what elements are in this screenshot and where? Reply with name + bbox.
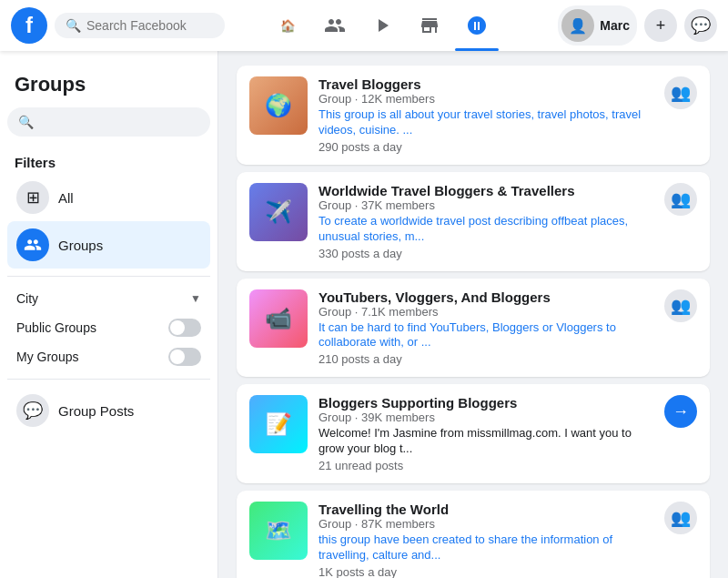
global-search-input[interactable]: [86, 18, 214, 33]
add-button[interactable]: +: [644, 9, 677, 42]
user-chip[interactable]: 👤 Marc: [558, 5, 637, 46]
group-thumbnail: ✈️: [249, 183, 308, 241]
group-name: Travel Bloggers: [318, 76, 653, 92]
nav-video-button[interactable]: [360, 4, 404, 47]
sidebar-item-group-posts[interactable]: 💬 Group Posts: [7, 387, 210, 434]
group-description: Welcome! I'm Jasmine from missmillmag.co…: [318, 426, 653, 457]
group-card: 📹 YouTubers, Vloggers, And Bloggers Grou…: [237, 279, 710, 378]
group-info: Travelling the World Group · 87K members…: [318, 502, 653, 578]
my-groups-label: My Groups: [16, 350, 78, 364]
nav-left: f 🔍: [11, 7, 229, 44]
nav-home-button[interactable]: 🏠: [266, 4, 309, 47]
my-groups-toggle[interactable]: [168, 348, 201, 366]
sidebar: Groups 🔍 travel blogger Filters ⊞ All Gr…: [0, 51, 218, 578]
public-groups-label: Public Groups: [16, 320, 96, 335]
group-meta: Group · 87K members: [318, 517, 653, 531]
group-info: Bloggers Supporting Bloggers Group · 39K…: [318, 395, 653, 472]
group-meta: Group · 37K members: [318, 198, 653, 212]
groups-icon: [16, 228, 49, 261]
sidebar-item-groups[interactable]: Groups: [7, 221, 210, 269]
group-card: 🗺️ Travelling the World Group · 87K memb…: [237, 491, 710, 578]
search-icon: 🔍: [18, 115, 34, 129]
sidebar-item-label: Groups: [58, 238, 103, 253]
city-label: City: [16, 291, 38, 306]
group-info: Travel Bloggers Group · 12K members This…: [318, 76, 653, 154]
messenger-button[interactable]: 💬: [684, 9, 717, 42]
group-activity: 210 posts a day: [318, 352, 653, 366]
group-activity: 290 posts a day: [318, 140, 653, 154]
group-card: 📝 Bloggers Supporting Bloggers Group · 3…: [237, 384, 710, 483]
group-action-button[interactable]: 👥: [664, 183, 697, 216]
nav-friends-button[interactable]: [313, 4, 357, 47]
nav-right: 👤 Marc + 💬: [535, 5, 717, 46]
user-name: Marc: [600, 18, 630, 33]
group-name: Worldwide Travel Bloggers & Travellers: [318, 183, 653, 198]
group-activity: 330 posts a day: [318, 247, 653, 260]
search-icon: 🔍: [66, 18, 81, 33]
group-name: YouTubers, Vloggers, And Bloggers: [318, 289, 653, 305]
public-groups-toggle-row: Public Groups: [7, 313, 210, 342]
group-info: Worldwide Travel Bloggers & Travellers G…: [318, 183, 653, 260]
nav-center: 🏠: [229, 4, 535, 47]
filters-label: Filters: [7, 147, 210, 174]
global-search-box[interactable]: 🔍: [55, 13, 225, 38]
group-meta: Group · 12K members: [318, 92, 653, 106]
public-groups-toggle[interactable]: [168, 319, 201, 337]
chevron-down-icon: ▼: [190, 292, 201, 305]
group-action-button[interactable]: 👥: [664, 289, 697, 322]
facebook-logo[interactable]: f: [11, 7, 47, 44]
group-name: Bloggers Supporting Bloggers: [318, 395, 653, 411]
group-search-box[interactable]: 🔍 travel blogger: [7, 107, 210, 137]
nav-marketplace-button[interactable]: [408, 4, 451, 47]
group-thumbnail: 📝: [249, 395, 308, 453]
group-activity: 1K posts a day: [318, 565, 653, 578]
main-content: 🌍 Travel Bloggers Group · 12K members Th…: [218, 51, 728, 578]
group-description: It can be hard to find YouTubers, Blogge…: [318, 320, 653, 351]
group-action-button[interactable]: →: [664, 395, 697, 428]
sidebar-item-label: Group Posts: [58, 403, 134, 419]
group-card: ✈️ Worldwide Travel Bloggers & Traveller…: [237, 172, 710, 271]
sidebar-item-all[interactable]: ⊞ All: [7, 174, 210, 221]
group-name: Travelling the World: [318, 502, 653, 517]
main-layout: Groups 🔍 travel blogger Filters ⊞ All Gr…: [0, 0, 728, 578]
group-activity: 21 unread posts: [318, 459, 653, 472]
divider: [7, 276, 210, 277]
group-meta: Group · 7.1K members: [318, 305, 653, 319]
group-thumbnail: 📹: [249, 289, 308, 348]
nav-groups-button[interactable]: [455, 4, 499, 47]
group-info: YouTubers, Vloggers, And Bloggers Group …: [318, 289, 653, 367]
top-navigation: f 🔍 🏠 👤 Marc + 💬: [0, 0, 728, 51]
group-posts-icon: 💬: [16, 394, 49, 427]
avatar: 👤: [561, 9, 594, 42]
group-description: To create a worldwide travel post descri…: [318, 214, 653, 245]
group-meta: Group · 39K members: [318, 411, 653, 424]
group-thumbnail: 🗺️: [249, 502, 308, 560]
my-groups-toggle-row: My Groups: [7, 342, 210, 371]
group-card: 🌍 Travel Bloggers Group · 12K members Th…: [237, 66, 710, 165]
sidebar-item-label: All: [58, 190, 74, 206]
group-thumbnail: 🌍: [249, 76, 308, 135]
divider-2: [7, 379, 210, 380]
group-action-button[interactable]: 👥: [664, 502, 697, 534]
groups-list: 🌍 Travel Bloggers Group · 12K members Th…: [237, 66, 710, 578]
group-description: This group is all about your travel stor…: [318, 107, 653, 138]
group-description: this group have been created to share th…: [318, 532, 653, 563]
group-action-button[interactable]: 👥: [664, 76, 697, 109]
sidebar-title: Groups: [7, 66, 210, 107]
group-search-input[interactable]: travel blogger: [41, 115, 199, 129]
all-icon: ⊞: [16, 181, 49, 214]
city-filter[interactable]: City ▼: [7, 284, 210, 313]
